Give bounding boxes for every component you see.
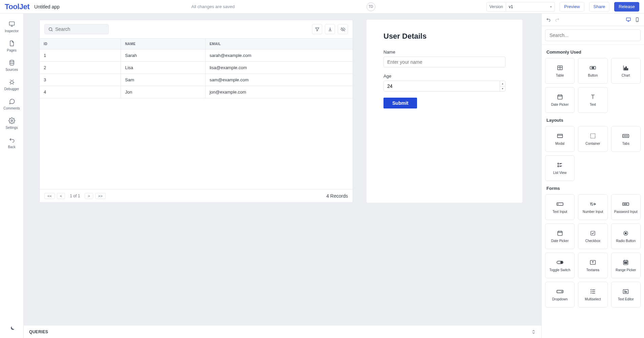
table-row[interactable]: 1 Sarah sarah@example.com bbox=[40, 49, 353, 62]
table-toolbar bbox=[40, 20, 353, 38]
component-item-multiselect[interactable]: Multiselect bbox=[578, 282, 607, 307]
sidebar-item-sources[interactable]: Sources bbox=[0, 56, 23, 75]
table-body: 1 Sarah sarah@example.com 2 Lisa lisa@ex… bbox=[40, 49, 353, 189]
component-item-modal[interactable]: Modal bbox=[545, 126, 575, 152]
svg-rect-14 bbox=[558, 95, 562, 99]
page-prev-button[interactable]: < bbox=[57, 193, 65, 199]
th-email[interactable]: EMAIL bbox=[206, 39, 353, 49]
component-item-chart[interactable]: Chart bbox=[611, 58, 641, 84]
collapse-icon[interactable] bbox=[531, 330, 536, 334]
page-last-button[interactable]: >> bbox=[95, 193, 106, 199]
step-up-icon[interactable]: ▲ bbox=[500, 81, 505, 86]
component-item-dropdown[interactable]: Dropdown bbox=[545, 282, 575, 307]
queries-panel-header[interactable]: QUERIES bbox=[24, 325, 541, 338]
component-item-button[interactable]: OKButton bbox=[578, 58, 607, 84]
component-item-list-view[interactable]: List View bbox=[545, 155, 575, 181]
table-component[interactable]: ID NAME EMAIL 1 Sarah sarah@example.com … bbox=[39, 20, 353, 203]
avatar[interactable]: TD bbox=[367, 2, 375, 11]
age-input[interactable] bbox=[383, 81, 505, 92]
component-item-text-input[interactable]: Text Input bbox=[545, 194, 575, 220]
component-item-toggle-switch[interactable]: Toggle Switch bbox=[545, 253, 575, 278]
component-item-radio-button[interactable]: Radio Button bbox=[611, 223, 641, 249]
component-label: Radio Button bbox=[616, 239, 636, 243]
table-icon bbox=[556, 64, 564, 72]
component-label: Container bbox=[585, 142, 600, 146]
sidebar-item-pages[interactable]: Pages bbox=[0, 36, 23, 56]
table-row[interactable]: 3 Sam sam@example.com bbox=[40, 74, 353, 86]
name-input[interactable] bbox=[383, 57, 505, 67]
svg-point-4 bbox=[49, 27, 52, 31]
sidebar-item-comments[interactable]: Comments bbox=[0, 94, 23, 114]
database-icon bbox=[8, 59, 16, 66]
component-label: Table bbox=[556, 74, 564, 78]
cell-email: sarah@example.com bbox=[206, 49, 353, 61]
component-item-container[interactable]: Container bbox=[578, 126, 607, 152]
sidebar-item-label: Pages bbox=[7, 48, 16, 52]
component-item-password-input[interactable]: Password Input bbox=[611, 194, 641, 220]
page-first-button[interactable]: << bbox=[44, 193, 55, 199]
component-item-range-picker[interactable]: Range Picker bbox=[611, 253, 641, 278]
sidebar-item-inspector[interactable]: Inspector bbox=[0, 17, 23, 36]
number-stepper[interactable]: ▲ ▼ bbox=[500, 81, 505, 91]
number-input-icon bbox=[589, 200, 597, 208]
page-next-button[interactable]: > bbox=[85, 193, 93, 199]
svg-rect-15 bbox=[557, 134, 562, 138]
component-label: Multiselect bbox=[585, 297, 601, 301]
component-item-text-editor[interactable]: Text Editor bbox=[611, 282, 641, 307]
cell-id: 2 bbox=[40, 62, 121, 74]
component-label: Chart bbox=[622, 74, 630, 78]
save-status: All changes are saved bbox=[64, 4, 362, 9]
toggle-icon bbox=[556, 259, 564, 266]
step-down-icon[interactable]: ▼ bbox=[500, 86, 505, 92]
svg-point-3 bbox=[11, 120, 13, 122]
editor-canvas[interactable]: ID NAME EMAIL 1 Sarah sarah@example.com … bbox=[24, 14, 541, 325]
version-switcher[interactable]: Version v1 ▾ bbox=[486, 2, 555, 12]
version-select[interactable]: v1 ▾ bbox=[509, 4, 552, 9]
preview-button[interactable]: Preview bbox=[560, 2, 584, 12]
component-item-table[interactable]: Table bbox=[545, 58, 575, 84]
submit-button[interactable]: Submit bbox=[383, 98, 417, 108]
table-row[interactable]: 2 Lisa lisa@example.com bbox=[40, 62, 353, 74]
right-panel-toolbar bbox=[542, 14, 644, 26]
th-name[interactable]: NAME bbox=[121, 39, 205, 49]
component-search-input[interactable] bbox=[545, 29, 641, 41]
sidebar-item-back[interactable]: Back bbox=[0, 133, 23, 152]
svg-point-27 bbox=[626, 204, 627, 204]
component-item-textarea[interactable]: Textarea bbox=[578, 253, 607, 278]
cell-email: sam@example.com bbox=[206, 74, 353, 86]
cell-name: Sarah bbox=[121, 49, 205, 61]
component-item-checkbox[interactable]: Checkbox bbox=[578, 223, 607, 249]
component-item-number-input[interactable]: Number Input bbox=[578, 194, 607, 220]
mobile-view-button[interactable] bbox=[634, 16, 641, 23]
component-item-text[interactable]: Text bbox=[578, 87, 607, 113]
table-row[interactable]: 4 Jon jon@example.com bbox=[40, 86, 353, 98]
radio-icon bbox=[622, 230, 629, 237]
sidebar-item-settings[interactable]: Settings bbox=[0, 114, 23, 133]
cell-name: Jon bbox=[121, 86, 205, 98]
form-title: User Details bbox=[383, 32, 505, 41]
hide-columns-button[interactable] bbox=[338, 24, 348, 34]
section-title-forms: Forms bbox=[546, 186, 639, 191]
table-search[interactable] bbox=[44, 24, 109, 34]
button-icon: OK bbox=[589, 64, 597, 72]
sidebar-item-debugger[interactable]: Debugger bbox=[0, 75, 23, 94]
desktop-view-button[interactable] bbox=[625, 16, 632, 23]
form-component[interactable]: User Details Name Age ▲ ▼ Submit bbox=[367, 20, 522, 203]
component-item-tabs[interactable]: Tabs bbox=[611, 126, 641, 152]
share-button[interactable]: Share bbox=[589, 2, 610, 12]
svg-point-20 bbox=[627, 136, 628, 136]
download-button[interactable] bbox=[325, 24, 335, 34]
component-label: Modal bbox=[555, 142, 564, 146]
sidebar-item-label: Comments bbox=[3, 106, 20, 110]
redo-button[interactable] bbox=[554, 16, 561, 23]
component-item-date-picker-2[interactable]: Date Picker bbox=[545, 223, 575, 249]
component-item-date-picker[interactable]: Date Picker bbox=[545, 87, 575, 113]
undo-button[interactable] bbox=[545, 16, 552, 23]
th-id[interactable]: ID bbox=[40, 39, 121, 49]
theme-toggle[interactable] bbox=[0, 320, 23, 338]
table-search-input[interactable] bbox=[55, 26, 115, 32]
filter-button[interactable] bbox=[312, 24, 322, 34]
release-button[interactable]: Release bbox=[614, 2, 639, 12]
logo[interactable]: ToolJet bbox=[5, 2, 29, 11]
app-name[interactable]: Untitled app bbox=[34, 4, 60, 9]
